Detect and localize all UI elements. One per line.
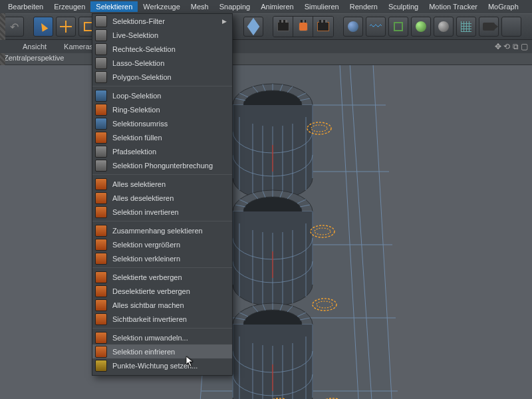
menu-item-selektierte-verbergen[interactable]: Selektierte verbergen <box>92 270 232 284</box>
menu-item-zusammenhang-selektieren[interactable]: Zusammenhang selektieren <box>92 223 232 237</box>
menu-item-selektion-vergr-ern[interactable]: Selektion vergrößern <box>92 237 232 251</box>
menu-item-alles-deselektieren[interactable]: Alles deselektieren <box>92 191 232 205</box>
menu-item-label: Sichtbarkeit invertieren <box>112 315 187 323</box>
menu-item-icon <box>95 239 107 251</box>
menu-animieren[interactable]: Animieren <box>255 1 299 12</box>
menu-item-selektion-verkleinern[interactable]: Selektion verkleinern <box>92 251 232 265</box>
menu-item-label: Pfadselektion <box>112 148 156 156</box>
menu-item-icon <box>95 271 107 283</box>
menu-item-icon <box>95 225 107 237</box>
menu-item-alles-sichtbar-machen[interactable]: Alles sichtbar machen <box>92 298 232 312</box>
menu-simulieren[interactable]: Simulieren <box>299 1 344 12</box>
add-spline-button[interactable]: 〰 <box>366 17 386 37</box>
camera-icon <box>483 23 495 31</box>
menu-item-label: Selektionsumriss <box>112 120 168 128</box>
menu-werkzeuge[interactable]: Werkzeuge <box>138 1 185 12</box>
menu-item-selektion-invertieren[interactable]: Selektion invertieren <box>92 205 232 219</box>
add-generator-button[interactable] <box>388 17 408 37</box>
menu-item-label: Alles deselektieren <box>112 194 174 202</box>
menu-item-loop-selektion[interactable]: Loop-Selektion <box>92 88 232 102</box>
menu-item-icon <box>95 29 107 41</box>
move-tool-button[interactable] <box>56 17 76 37</box>
sphere-icon <box>348 21 358 32</box>
undo-button[interactable]: ↶ <box>4 17 24 37</box>
viewport-3d[interactable] <box>0 65 532 399</box>
menu-item-selektions-filter[interactable]: Selektions-Filter▶ <box>92 14 232 28</box>
menu-item-label: Selektion Phongunterbrechung <box>112 162 213 170</box>
menu-selektieren[interactable]: Selektieren <box>90 1 138 12</box>
render-settings-button[interactable] <box>313 17 333 37</box>
menu-item-sichtbarkeit-invertieren[interactable]: Sichtbarkeit invertieren <box>92 312 232 326</box>
add-environment-button[interactable] <box>434 17 454 37</box>
menu-item-label: Selektion invertieren <box>112 208 179 216</box>
menu-item-selektion-einfrieren[interactable]: Selektion einfrieren <box>92 344 232 358</box>
menu-item-selektion-phongunterbrechung[interactable]: Selektion Phongunterbrechung <box>92 158 232 172</box>
clapper-gear-icon <box>317 22 329 31</box>
menu-item-label: Selektion verkleinern <box>112 255 180 263</box>
menu-item-label: Selektion füllen <box>112 134 162 142</box>
menu-item-selektionsumriss[interactable]: Selektionsumriss <box>92 116 232 130</box>
menu-item-icon <box>95 253 107 265</box>
generator-icon <box>394 22 403 31</box>
menu-rendern[interactable]: Rendern <box>344 1 383 12</box>
selektieren-dropdown: Selektions-Filter▶Live-SelektionRechteck… <box>92 13 233 376</box>
menu-mograph[interactable]: MoGraph <box>483 1 524 12</box>
clapper-icon <box>277 22 289 31</box>
menu-item-label: Zusammenhang selektieren <box>112 227 203 235</box>
menu-item-label: Selektion vergrößern <box>112 241 180 249</box>
menu-item-label: Polygon-Selektion <box>112 73 172 81</box>
add-camera-button[interactable] <box>479 17 499 37</box>
menu-item-punkte-wichtung-setzen-[interactable]: Punkte-Wichtung setzen... <box>92 358 232 372</box>
primitive-cube-button[interactable] <box>243 17 263 37</box>
menu-item-pfadselektion[interactable]: Pfadselektion <box>92 144 232 158</box>
menu-item-live-selektion[interactable]: Live-Selektion <box>92 28 232 42</box>
menu-item-ring-selektion[interactable]: Ring-Selektion <box>92 102 232 116</box>
menu-item-label: Selektierte verbergen <box>112 273 182 281</box>
view-tab-ansicht[interactable]: Ansicht <box>19 42 51 51</box>
add-deformer-button[interactable] <box>411 17 431 37</box>
move-icon <box>60 21 72 33</box>
add-floor-button[interactable] <box>456 17 476 37</box>
menu-item-icon <box>95 132 107 144</box>
select-tool-button[interactable] <box>33 17 53 37</box>
menu-erzeugen[interactable]: Erzeugen <box>49 1 90 12</box>
menu-item-icon <box>95 90 107 102</box>
menu-bearbeiten[interactable]: Bearbeiten <box>3 1 49 12</box>
menu-item-polygon-selektion[interactable]: Polygon-Selektion <box>92 70 232 84</box>
render-picture-button[interactable] <box>293 17 313 37</box>
add-primitive-button[interactable] <box>343 17 363 37</box>
menu-item-icon <box>95 43 107 55</box>
menu-item-label: Lasso-Selektion <box>112 59 164 67</box>
menu-item-icon <box>95 206 107 218</box>
menu-item-icon <box>95 313 107 325</box>
menu-item-icon <box>95 192 107 204</box>
deformer-icon <box>416 21 426 32</box>
main-toolbar: ↶ 〰 <box>0 13 532 40</box>
menu-item-icon <box>95 71 107 83</box>
menu-motiontracker[interactable]: Motion Tracker <box>424 1 483 12</box>
viewport-nav-icons[interactable]: ✥ ⟲ ⧉ ▢ <box>495 42 528 51</box>
add-light-button[interactable] <box>501 17 521 37</box>
clapper-orange-icon <box>299 22 308 31</box>
menu-item-label: Alles selektieren <box>112 180 166 188</box>
menu-mesh[interactable]: Mesh <box>186 1 214 12</box>
menu-item-icon <box>95 360 107 372</box>
menu-item-icon <box>95 160 107 172</box>
render-view-button[interactable] <box>273 17 293 37</box>
menu-item-label: Loop-Selektion <box>112 92 161 100</box>
menu-snapping[interactable]: Snapping <box>214 1 256 12</box>
menu-item-label: Live-Selektion <box>112 31 158 39</box>
menu-item-alles-selektieren[interactable]: Alles selektieren <box>92 177 232 191</box>
mouse-cursor <box>186 356 197 367</box>
menu-item-deselektierte-verbergen[interactable]: Deselektierte verbergen <box>92 284 232 298</box>
cube-icon <box>247 18 260 36</box>
menu-item-label: Deselektierte verbergen <box>112 287 190 295</box>
menu-item-selektion-umwandeln-[interactable]: Selektion umwandeln... <box>92 331 232 344</box>
menu-item-selektion-f-llen[interactable]: Selektion füllen <box>92 130 232 144</box>
menu-item-icon <box>95 57 107 69</box>
menu-item-rechteck-selektion[interactable]: Rechteck-Selektion <box>92 42 232 56</box>
menu-item-icon <box>95 346 107 358</box>
menu-sculpting[interactable]: Sculpting <box>383 1 424 12</box>
menu-item-icon <box>95 15 107 27</box>
menu-item-lasso-selektion[interactable]: Lasso-Selektion <box>92 56 232 70</box>
